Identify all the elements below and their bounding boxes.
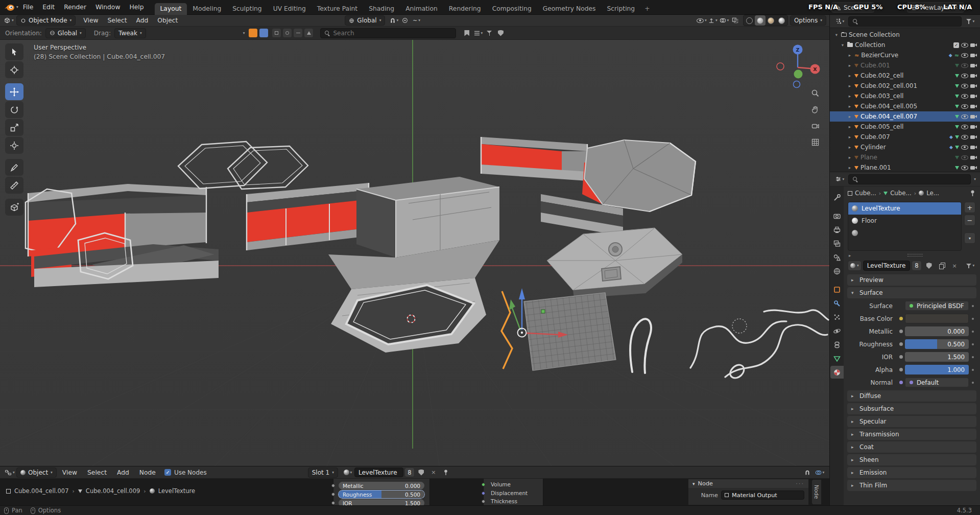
disable-render-icon[interactable] [970, 135, 977, 139]
select-box-tool[interactable] [5, 43, 23, 60]
disable-render-icon[interactable] [970, 84, 977, 88]
use-nodes-toggle[interactable]: ✓ Use Nodes [164, 469, 207, 476]
disable-render-icon[interactable] [970, 43, 977, 48]
menu-edit[interactable]: Edit [38, 0, 59, 14]
material-slot-empty[interactable] [848, 227, 961, 239]
panel-diffuse[interactable]: ▸Diffuse [847, 390, 976, 402]
tab-tool[interactable] [830, 191, 844, 204]
shader-editor-type-button[interactable]: ▾ [4, 467, 15, 478]
display-mode-dropdown[interactable]: ▾ [472, 28, 484, 38]
menu-add[interactable]: Add [131, 15, 153, 26]
node-ior-field[interactable]: IOR1.500 [339, 499, 424, 505]
panel-preview[interactable]: ▸Preview [847, 274, 976, 286]
tab-material[interactable] [830, 366, 844, 379]
tab-render[interactable] [830, 209, 844, 222]
material-users-count[interactable]: 8 [404, 467, 415, 477]
tab-world[interactable] [830, 265, 844, 277]
outliner-row[interactable]: ▸ Cube.005_cell [830, 122, 980, 132]
menu-select[interactable]: Select [103, 15, 132, 26]
properties-search-input[interactable] [861, 176, 967, 183]
viewport-3d[interactable]: User Perspective (28) Scene Collection |… [0, 40, 829, 466]
visibility-dropdown[interactable]: ▾ [696, 15, 707, 26]
input-socket[interactable] [331, 501, 335, 505]
chevron-down-icon[interactable]: ▾ [974, 177, 976, 181]
drag-value-dropdown[interactable]: Tweak ▾ [114, 28, 146, 38]
view-layer-selector[interactable]: ViewLayer × [907, 2, 964, 13]
disable-render-icon[interactable] [970, 74, 977, 78]
move-tool[interactable] [5, 83, 23, 100]
panel-surface[interactable]: ▾Surface [847, 287, 976, 298]
panel-sheen[interactable]: ▸Sheen [847, 454, 976, 465]
pan-button[interactable] [810, 104, 820, 114]
shader-select-button[interactable]: Principled BSDF [905, 301, 969, 311]
disable-render-icon[interactable] [970, 155, 977, 160]
disable-render-icon[interactable] [970, 104, 977, 109]
scene-canvas[interactable] [0, 40, 829, 466]
hide-eye-icon[interactable] [961, 155, 968, 160]
expand-icon[interactable]: ▸ [847, 63, 852, 68]
alpha-slider[interactable]: 1.000 [905, 365, 969, 374]
brush-blue-swatch[interactable] [259, 29, 268, 37]
workspace-tab-shading[interactable]: Shading [363, 3, 400, 15]
tool-icon-button-2[interactable] [283, 29, 292, 37]
decorator-dot[interactable] [972, 305, 974, 307]
hide-eye-icon[interactable] [961, 114, 968, 119]
disable-render-icon[interactable] [970, 63, 977, 68]
material-name-field[interactable]: LevelTexture [863, 261, 910, 271]
hide-eye-icon[interactable] [961, 94, 968, 99]
disable-render-icon[interactable] [970, 125, 977, 129]
collection-checkbox[interactable]: ✓ [953, 42, 959, 48]
breadcrumb-material[interactable]: Le... [926, 190, 939, 197]
catalog-shield-button[interactable] [495, 28, 506, 38]
expand-icon[interactable]: ▸ [847, 165, 852, 170]
gizmos-dropdown[interactable]: ▾ [707, 15, 719, 26]
outliner-search-input[interactable] [861, 18, 958, 25]
expand-icon[interactable]: ▸ [847, 145, 852, 150]
snap-toggle-button[interactable]: ▾ [388, 15, 399, 26]
pin-button[interactable] [969, 190, 976, 197]
hide-eye-icon[interactable] [961, 104, 968, 109]
annotate-tool[interactable] [5, 159, 23, 176]
shader-type-dropdown[interactable]: Object ▾ [16, 467, 57, 478]
menu-window[interactable]: Window [91, 0, 125, 14]
tab-object-data[interactable] [830, 352, 844, 365]
fake-user-button[interactable] [416, 467, 427, 478]
disable-render-icon[interactable] [970, 53, 977, 58]
decorator-dot[interactable] [972, 369, 974, 371]
panel-emission[interactable]: ▸Emission [847, 467, 976, 478]
unlink-material-button[interactable]: × [949, 261, 960, 271]
properties-editor-type-button[interactable]: ▾ [834, 174, 845, 184]
disable-render-icon[interactable] [970, 166, 977, 170]
disable-render-icon[interactable] [970, 114, 977, 119]
transform-tool[interactable] [5, 137, 23, 154]
measure-tool[interactable] [5, 177, 23, 194]
shading-material-button[interactable] [766, 15, 776, 26]
outliner-row[interactable]: ▸ Cube.002_cell [830, 71, 980, 81]
material-slot[interactable]: Floor [848, 215, 961, 227]
panel-specular[interactable]: ▸Specular [847, 416, 976, 427]
bookmark-button[interactable] [461, 28, 472, 38]
shading-wireframe-button[interactable] [744, 15, 755, 26]
expand-icon[interactable]: ▸ [847, 83, 852, 88]
roughness-slider[interactable]: 0.500 [905, 339, 969, 349]
crumb-object[interactable]: Cube.004_cell.007 [14, 487, 68, 495]
decorator-dot[interactable] [972, 331, 974, 333]
node-roughness-field[interactable]: Roughness0.500 [339, 490, 424, 498]
menu-add[interactable]: Add [112, 466, 134, 478]
unlink-material-button[interactable]: × [428, 467, 439, 478]
cursor-tool[interactable] [5, 61, 23, 78]
workspace-tab-uv-editing[interactable]: UV Editing [268, 3, 312, 15]
disable-render-icon[interactable] [970, 145, 977, 150]
hide-eye-icon[interactable] [961, 84, 968, 88]
expand-icon[interactable]: ▾ [834, 32, 839, 37]
blender-menu-button[interactable]: ▾ [4, 4, 18, 11]
material-name-field[interactable]: LevelTexture [354, 467, 403, 477]
panel-subsurface[interactable]: ▸Subsurface [847, 403, 976, 414]
hide-eye-icon[interactable] [961, 145, 968, 150]
slot-specials-button[interactable]: ▾ [964, 232, 975, 244]
hide-eye-icon[interactable] [961, 125, 968, 129]
material-filter-dropdown[interactable]: ▾ [965, 261, 976, 271]
panel-thin-film[interactable]: ▸Thin Film [847, 480, 976, 491]
hide-eye-icon[interactable] [961, 53, 968, 58]
decorator-dot[interactable] [972, 343, 974, 345]
